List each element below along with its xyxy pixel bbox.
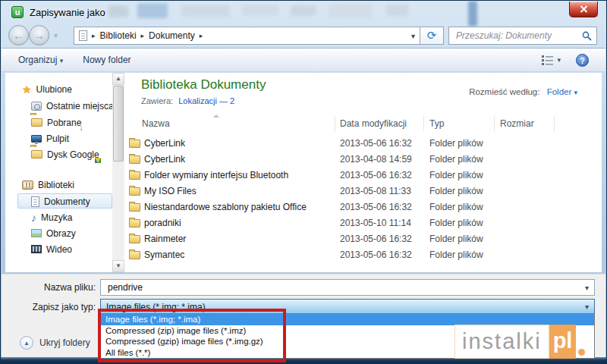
new-folder-button[interactable]: Nowy folder <box>83 55 131 65</box>
filename-input[interactable] <box>106 281 585 293</box>
sidebar-item-pictures[interactable]: Obrazy <box>31 226 76 240</box>
sidebar-item-label: Ostatnie miejsca <box>46 101 114 111</box>
sidebar-item-label: Wideo <box>46 244 72 255</box>
sidebar-group-libraries[interactable]: Biblioteki <box>22 177 74 192</box>
refresh-icon: ⟳ <box>427 29 437 42</box>
column-name[interactable]: Nazwa <box>142 118 170 129</box>
filetype-label: Zapisz jako typ: <box>2 302 96 312</box>
address-dropdown-icon[interactable]: ▾ <box>411 32 415 40</box>
search-box[interactable] <box>448 27 597 45</box>
back-button[interactable]: ← <box>8 25 29 46</box>
row-date: 2013-05-06 16:32 <box>340 170 412 180</box>
background-window-blur <box>242 5 278 16</box>
table-row[interactable]: Folder wymiany interfejsu Bluetooth 2013… <box>124 168 596 184</box>
sidebar-item-videos[interactable]: Wideo <box>31 242 72 256</box>
close-icon <box>580 5 588 13</box>
column-divider[interactable] <box>335 116 335 131</box>
folder-icon <box>129 187 140 196</box>
sidebar-item-google-drive[interactable]: Dysk Google <box>31 147 99 162</box>
navigation-pane: ★ Ulubione Ostatnie miejsca Pobrane Pulp… <box>5 73 112 272</box>
row-type: Folder plików <box>429 218 483 228</box>
desktop-icon <box>31 135 42 143</box>
navigation-bar: ← → ▾ ▸ Biblioteki ▸ Dokumenty ▸ ▾ ⟳ <box>5 24 602 47</box>
star-icon: ★ <box>22 83 32 96</box>
column-divider[interactable] <box>494 116 495 131</box>
column-divider[interactable] <box>554 116 555 131</box>
row-name: Rainmeter <box>144 234 186 244</box>
arrange-value[interactable]: Folder <box>547 87 572 96</box>
filename-label: Nazwa pliku: <box>2 282 96 293</box>
sidebar-item-documents[interactable]: Dokumenty <box>31 194 90 209</box>
arrange-dropdown-icon[interactable]: ▾ <box>574 89 577 96</box>
scroll-up-icon[interactable]: ▲ <box>112 73 124 85</box>
search-icon[interactable] <box>582 31 592 41</box>
recent-places-icon <box>31 102 42 111</box>
filetype-dropdown-icon[interactable]: ▾ <box>585 303 589 311</box>
row-type: Folder plików <box>429 234 483 244</box>
search-input[interactable] <box>454 30 582 42</box>
forward-button[interactable]: → <box>29 25 49 46</box>
library-title: Biblioteka Dokumenty <box>141 77 266 93</box>
crumb-arrow-icon: ▸ <box>200 32 203 39</box>
hide-folders-button[interactable]: ▲ Ukryj foldery <box>20 334 90 352</box>
column-divider[interactable] <box>423 116 424 131</box>
row-date: 2013-05-06 16:32 <box>340 202 412 212</box>
recent-pages-dropdown[interactable]: ▾ <box>54 31 58 39</box>
table-row[interactable]: CyberLink 2013-04-08 14:59 Folder plików <box>124 152 596 168</box>
scrollbar-thumb[interactable] <box>113 86 124 162</box>
organize-button[interactable]: Organizuj ▾ <box>18 55 63 65</box>
column-headers: Nazwa Data modyfikacji Typ Rozmiar <box>124 115 596 133</box>
scroll-down-icon[interactable]: ▼ <box>112 260 124 272</box>
change-view-icon[interactable] <box>542 55 554 65</box>
sidebar-item-desktop[interactable]: Pulpit <box>31 131 69 146</box>
locations-link[interactable]: Lokalizacji — 2 <box>178 96 234 105</box>
table-row[interactable]: Niestandardowe szablony pakietu Office 2… <box>124 199 596 215</box>
file-list-pane: Biblioteka Dokumenty Zawiera: Lokalizacj… <box>124 73 602 272</box>
row-type: Folder plików <box>429 202 483 212</box>
sidebar-item-label: Pulpit <box>46 133 69 144</box>
watermark: instalki pl <box>454 325 583 359</box>
new-folder-label: Nowy folder <box>83 55 131 65</box>
table-row[interactable]: CyberLink 2013-05-06 16:32 Folder plików <box>124 136 596 152</box>
filename-combo[interactable]: ▾ <box>100 279 595 296</box>
sidebar-item-downloads[interactable]: Pobrane <box>31 115 81 130</box>
address-bar[interactable]: ▸ Biblioteki ▸ Dokumenty ▸ ▾ <box>74 27 420 45</box>
column-size[interactable]: Rozmiar <box>500 118 534 129</box>
arrange-by-control[interactable]: Rozmieść według: Folder ▾ <box>469 87 577 96</box>
sidebar-item-music[interactable]: ♪ Muzyka <box>31 210 72 224</box>
command-toolbar: Organizuj ▾ Nowy folder ▾ ? <box>2 48 605 72</box>
sidebar-item-recent-places[interactable]: Ostatnie miejsca <box>31 99 114 113</box>
column-date-modified[interactable]: Data modyfikacji <box>340 118 407 129</box>
table-row[interactable]: poradniki 2013-05-10 11:14 Folder plików <box>124 215 596 231</box>
watermark-name: instalki <box>454 325 549 359</box>
view-dropdown-icon[interactable]: ▾ <box>557 56 561 64</box>
hide-folders-label: Ukryj foldery <box>39 337 90 348</box>
row-type: Folder plików <box>429 249 483 260</box>
row-type: Folder plików <box>429 186 483 196</box>
table-row[interactable]: Symantec 2013-05-06 16:32 Folder plików <box>124 247 596 263</box>
downloads-icon <box>31 118 42 127</box>
close-button[interactable] <box>569 2 598 17</box>
folder-icon <box>129 251 140 259</box>
forward-icon: → <box>33 29 45 42</box>
sidebar-group-favorites[interactable]: ★ Ulubione <box>22 82 72 96</box>
annotation-highlight-box <box>98 309 286 362</box>
content-area: ★ Ulubione Ostatnie miejsca Pobrane Pulp… <box>5 73 602 272</box>
table-row[interactable]: Rainmeter 2013-05-06 16:32 Folder plików <box>124 231 596 247</box>
breadcrumb-documents[interactable]: Dokumenty <box>149 30 195 41</box>
refresh-button[interactable]: ⟳ <box>420 27 444 45</box>
column-type[interactable]: Typ <box>429 118 444 129</box>
crumb-arrow-icon: ▸ <box>92 32 96 39</box>
row-date: 2013-05-10 11:14 <box>340 218 411 228</box>
filename-dropdown-icon[interactable]: ▾ <box>585 284 589 292</box>
videos-icon <box>31 245 42 253</box>
title-bar[interactable]: u Zapisywanie jako <box>1 1 606 24</box>
sidebar-item-label: Muzyka <box>41 212 72 223</box>
breadcrumb-libraries[interactable]: Biblioteki <box>100 30 137 41</box>
help-button[interactable]: ? <box>576 54 589 67</box>
row-type: Folder plików <box>429 138 483 149</box>
row-name: Folder wymiany interfejsu Bluetooth <box>144 170 288 180</box>
sidebar-group-label: Biblioteki <box>38 180 74 190</box>
sidebar-scrollbar[interactable]: ▲ ▼ <box>112 73 124 272</box>
table-row[interactable]: My ISO Files 2013-05-08 11:33 Folder pli… <box>124 184 596 199</box>
